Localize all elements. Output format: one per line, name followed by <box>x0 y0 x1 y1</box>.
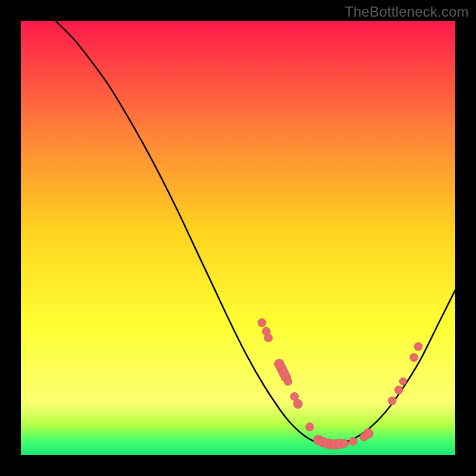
chart-frame: TheBottleneck.com <box>0 0 476 476</box>
data-point <box>394 386 403 394</box>
bottleneck-chart <box>0 0 476 476</box>
data-point <box>364 428 374 439</box>
data-point <box>306 423 314 431</box>
data-point <box>399 378 406 385</box>
data-point <box>293 399 302 408</box>
data-point <box>340 439 349 447</box>
data-point <box>264 334 273 342</box>
data-point <box>349 437 358 446</box>
data-point <box>258 318 266 327</box>
watermark-text: TheBottleneck.com <box>345 4 469 20</box>
data-point <box>414 343 422 351</box>
data-point <box>284 377 292 386</box>
data-point <box>388 397 396 405</box>
data-point <box>410 353 418 362</box>
plot-background <box>21 21 455 455</box>
